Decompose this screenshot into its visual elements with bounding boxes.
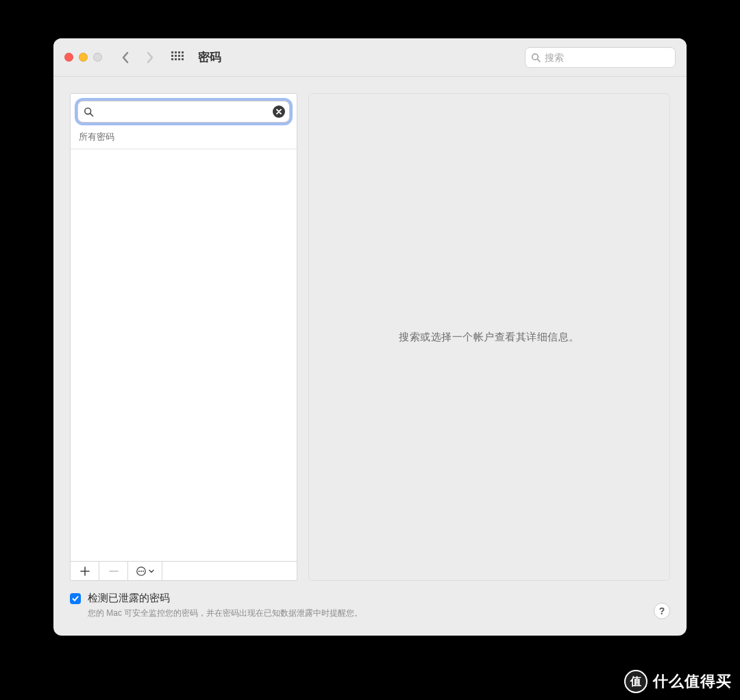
passwords-list-panel: 所有密码 (70, 93, 297, 581)
list-toolbar (71, 561, 297, 580)
passwords-search-field[interactable] (77, 101, 290, 123)
search-icon (531, 53, 541, 62)
back-button[interactable] (116, 48, 135, 67)
watermark-badge: 值 (624, 670, 648, 693)
svg-rect-5 (175, 55, 177, 57)
svg-rect-3 (182, 51, 184, 53)
checkmark-icon (71, 595, 79, 603)
window-controls (64, 53, 102, 62)
svg-line-15 (90, 113, 93, 116)
chevron-down-icon (149, 568, 154, 574)
passwords-prefs-window: 密码 (53, 38, 687, 636)
detail-panel: 搜索或选择一个帐户查看其详细信息。 (308, 93, 670, 581)
close-window-button[interactable] (64, 53, 73, 62)
svg-rect-2 (178, 51, 180, 53)
svg-rect-0 (171, 51, 173, 53)
titlebar: 密码 (53, 38, 687, 77)
prefs-search-field[interactable] (525, 47, 676, 68)
leak-detection-description: 您的 Mac 可安全监控您的密码，并在密码出现在已知数据泄露中时提醒您。 (88, 608, 362, 619)
columns: 所有密码 (70, 93, 670, 581)
remove-password-button (99, 562, 128, 580)
add-password-button[interactable] (71, 562, 99, 580)
svg-rect-11 (182, 58, 184, 60)
search-icon (84, 107, 94, 117)
content-area: 所有密码 (53, 77, 687, 636)
all-passwords-label: 所有密码 (71, 127, 297, 149)
help-button[interactable]: ? (654, 603, 670, 619)
clear-search-button[interactable] (273, 105, 285, 118)
close-icon (275, 108, 282, 115)
prefs-search-input[interactable] (545, 52, 669, 63)
passwords-search-input[interactable] (98, 106, 269, 117)
more-options-button[interactable] (128, 562, 162, 580)
svg-rect-8 (171, 58, 173, 60)
show-all-prefs-button[interactable] (168, 48, 187, 67)
svg-rect-4 (171, 55, 173, 57)
minus-icon (109, 566, 119, 576)
svg-line-13 (538, 59, 541, 62)
watermark-text: 什么值得买 (653, 671, 732, 692)
minimize-window-button[interactable] (79, 53, 88, 62)
forward-button (140, 48, 160, 67)
svg-rect-1 (175, 51, 177, 53)
svg-point-17 (138, 571, 140, 572)
leak-detection-label: 检测已泄露的密码 (88, 592, 362, 605)
svg-rect-9 (175, 58, 177, 60)
plus-icon (80, 566, 90, 576)
watermark: 值 什么值得买 (624, 670, 732, 693)
svg-point-18 (140, 571, 142, 572)
detail-placeholder-text: 搜索或选择一个帐户查看其详细信息。 (399, 331, 580, 344)
page-title: 密码 (198, 49, 221, 65)
svg-rect-7 (182, 55, 184, 57)
svg-rect-6 (178, 55, 180, 57)
svg-point-19 (143, 571, 144, 572)
leak-detection-row: 检测已泄露的密码 您的 Mac 可安全监控您的密码，并在密码出现在已知数据泄露中… (70, 592, 670, 619)
passwords-list[interactable] (71, 149, 297, 561)
zoom-window-button (93, 53, 102, 62)
svg-rect-10 (178, 58, 180, 60)
leak-detection-checkbox[interactable] (70, 593, 81, 604)
ellipsis-circle-icon (136, 566, 147, 577)
